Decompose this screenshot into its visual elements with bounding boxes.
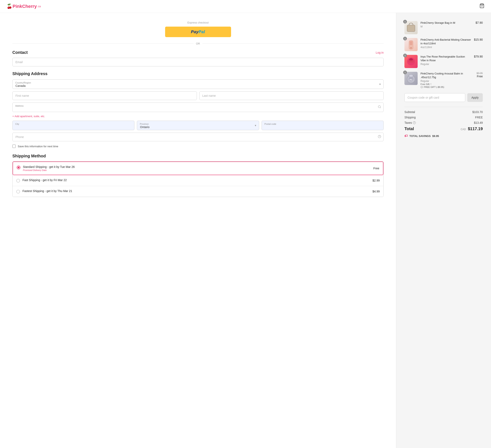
svg-text:PC: PC [410, 78, 412, 81]
city-input[interactable]: Oakville [12, 121, 134, 130]
logo: 🍒 PinkCherry.ca [7, 4, 41, 9]
item-img-bag [405, 21, 418, 34]
item-img-balm: PC [405, 72, 418, 85]
savings-value: $9.95 [432, 135, 439, 137]
shipping-option-standard-name: Standard Shipping - get it by Tue Mar 26 [23, 165, 75, 168]
save-info-row: Save this information for next time [12, 145, 384, 148]
header: 🍒 PinkCherry.ca [0, 0, 491, 13]
contact-header: Contact Log in [12, 50, 384, 55]
item-free-gift-label: Free Gift: ! [421, 83, 474, 85]
paypal-button[interactable]: PayPal [165, 27, 231, 37]
phone-help-icon[interactable] [378, 135, 381, 139]
postal-input[interactable]: L6H 1A7 [262, 121, 384, 130]
svg-rect-14 [409, 74, 413, 77]
item-free-gift-tag-text: FREE GIFT (-$9.95) [424, 86, 444, 88]
coupon-row: Apply [405, 93, 483, 102]
express-checkout-label: Express checkout [12, 21, 384, 24]
item-img-rose [405, 55, 418, 68]
city-label: City [15, 123, 19, 125]
add-apartment-link[interactable]: + Add apartment, suite, etc. [12, 115, 45, 118]
country-label: Country/Region [15, 81, 31, 84]
coupon-input[interactable] [405, 93, 465, 102]
item-img-cleanser [405, 38, 418, 51]
shipping-standard-price: Free [373, 167, 379, 170]
item-variant-bag: M [421, 25, 473, 28]
shipping-option-standard[interactable]: Standard Shipping - get it by Tue Mar 26… [13, 162, 383, 175]
city-province-row: City Oakville Province Ontario ▾ Postal … [12, 121, 384, 130]
email-input[interactable] [12, 58, 384, 66]
item-name-rose: Inya The Rose Rechargeable Suction Vibe … [421, 55, 471, 62]
taxes-label: Taxes [405, 121, 412, 124]
email-field-group [12, 58, 384, 66]
shipping-option-fastest-left: Fastest Shipping - get it by Thu Mar 21 [16, 189, 72, 194]
phone-input[interactable] [12, 133, 384, 141]
address-label: Address [15, 105, 23, 107]
order-item-cleanser: 1 PinkCherry Anti-Bacterial Misting Clea… [405, 38, 483, 51]
svg-point-8 [410, 47, 412, 49]
shipping-options-list: Standard Shipping - get it by Tue Mar 26… [12, 161, 384, 197]
address-wrapper: Address 123 Cherry Street [12, 103, 384, 112]
item-price-balm: $9.95 Free [477, 72, 483, 78]
item-img-wrapper-balm: PC 1 [405, 72, 418, 85]
item-details-bag: PinkCherry Storage Bag in M M [421, 21, 473, 28]
shipping-fast-price: $2.99 [372, 179, 380, 182]
main-content: Express checkout PayPal OR Contact Log i… [0, 13, 491, 448]
item-price-cleanser: $15.90 [474, 38, 483, 41]
item-price-main-cleanser: $15.90 [474, 38, 483, 41]
svg-rect-5 [407, 25, 415, 31]
first-name-input[interactable] [12, 91, 197, 100]
paypal-light-blue: Pal [198, 29, 205, 34]
logo-text: PinkCherry [13, 4, 37, 9]
radio-fastest [16, 190, 20, 194]
apply-button[interactable]: Apply [467, 93, 483, 102]
cart-icon[interactable] [480, 3, 484, 9]
save-info-label: Save this information for next time [18, 145, 58, 148]
savings-label: TOTAL SAVINGS [409, 135, 431, 137]
item-img-wrapper-cleanser: 1 [405, 38, 418, 51]
shipping-option-left: Standard Shipping - get it by Tue Mar 26… [17, 165, 75, 171]
order-item-bag: 1 PinkCherry Storage Bag in M M $7.90 [405, 21, 483, 34]
first-name-field-group [12, 91, 197, 100]
shipping-option-fast-name: Fast Shipping - get it by Fri Mar 22 [22, 178, 67, 182]
country-select[interactable]: Canada [12, 79, 384, 89]
shipping-option-fast[interactable]: Fast Shipping - get it by Fri Mar 22 $2.… [13, 175, 383, 186]
country-field-group: Country/Region Canada ▾ [12, 79, 384, 89]
shipping-option-fastest[interactable]: Fastest Shipping - get it by Thu Mar 21 … [13, 186, 383, 197]
item-name-cleanser: PinkCherry Anti-Bacterial Misting Cleans… [421, 38, 471, 45]
contact-title: Contact [12, 50, 28, 55]
item-details-rose: Inya The Rose Rechargeable Suction Vibe … [421, 55, 471, 66]
login-link[interactable]: Log in [376, 51, 384, 54]
item-img-wrapper-rose: 1 [405, 55, 418, 68]
item-free-gift-tag: FREE GIFT (-$9.95) [421, 86, 474, 88]
address-input[interactable]: 123 Cherry Street [12, 103, 384, 112]
right-panel: 1 PinkCherry Storage Bag in M M $7.90 [396, 13, 491, 448]
address-field-group: Address 123 Cherry Street [12, 103, 384, 112]
last-name-field-group [199, 91, 384, 100]
item-price-free-balm: Free [477, 75, 483, 78]
item-details-cleanser: PinkCherry Anti-Bacterial Misting Cleans… [421, 38, 471, 49]
order-summary: Subtotal $103.70 Shipping FREE Taxes ? $… [405, 107, 483, 138]
taxes-info-icon[interactable]: ? [413, 121, 416, 124]
total-value-group: CAD $117.19 [461, 127, 483, 131]
province-select-wrapper: Province Ontario ▾ [137, 121, 259, 130]
paypal-blue: Pay [191, 29, 198, 34]
subtotal-row: Subtotal $103.70 [405, 110, 483, 114]
total-value: $117.19 [468, 127, 483, 131]
savings-tag-icon: 🏷 [405, 134, 408, 138]
taxes-row: Taxes ? $13.49 [405, 121, 483, 124]
item-badge-balm: 1 [403, 70, 407, 74]
left-panel: Express checkout PayPal OR Contact Log i… [0, 13, 396, 448]
item-price-main-rose: $79.90 [474, 55, 483, 58]
shipping-method-title: Shipping Method [12, 154, 384, 158]
total-savings-row: 🏷 TOTAL SAVINGS $9.95 [405, 134, 483, 138]
name-row [12, 91, 384, 100]
express-checkout-section: Express checkout PayPal [12, 21, 384, 37]
province-select[interactable]: Ontario [137, 121, 259, 130]
last-name-input[interactable] [199, 91, 384, 100]
logo-ca: .ca [37, 5, 41, 8]
svg-point-1 [378, 106, 380, 108]
phone-field-group [12, 133, 384, 141]
total-currency: CAD [461, 128, 466, 131]
item-price-rose: $79.90 [474, 55, 483, 58]
save-info-checkbox[interactable] [12, 145, 16, 148]
